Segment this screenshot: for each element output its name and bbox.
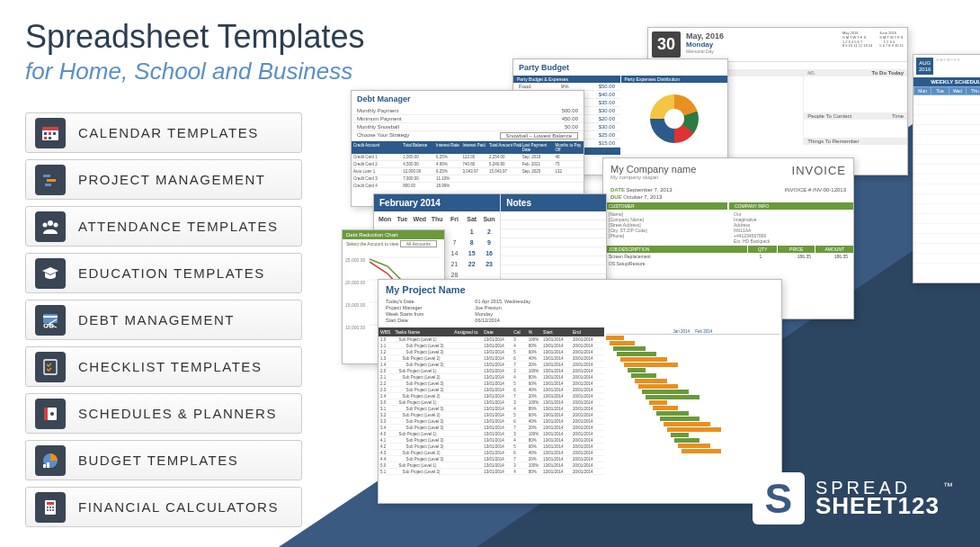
nav-label: CALENDAR TEMPLATES: [78, 125, 259, 140]
planner-day: 30: [652, 31, 681, 58]
svg-point-26: [49, 507, 51, 508]
svg-rect-14: [43, 316, 58, 318]
svg-rect-3: [49, 132, 51, 135]
planner-weekday: Monday: [686, 40, 724, 49]
calculator-icon: [35, 492, 66, 523]
svg-point-29: [49, 509, 51, 511]
invoice-label: INVOICE: [792, 164, 846, 180]
nav-label: ATTENDANCE TEMPLATES: [78, 219, 279, 234]
nav-item-checklist[interactable]: CHECKLIST TEMPLATES: [25, 346, 302, 387]
graduation-icon: [35, 258, 66, 289]
nav-label: EDUCATION TEMPLATES: [78, 265, 265, 281]
invoice-company: My Company name: [610, 164, 696, 175]
planner-icon: [35, 399, 66, 429]
nav-item-debt[interactable]: DEBT MANAGEMENT: [25, 300, 302, 340]
project-title: My Project Name: [386, 284, 774, 295]
nav-item-financial[interactable]: FINANCIAL CALCULATORS: [25, 487, 302, 527]
svg-text:20,000.00: 20,000.00: [345, 280, 365, 285]
people-icon: [35, 211, 66, 242]
svg-rect-13: [43, 314, 58, 323]
svg-point-30: [52, 509, 54, 511]
logo-line2: SHEET123: [815, 496, 940, 516]
nav-item-budget[interactable]: BUDGET TEMPLATES: [25, 440, 302, 480]
svg-text:15,000.00: 15,000.00: [345, 302, 365, 308]
svg-rect-7: [43, 175, 50, 177]
svg-point-10: [48, 220, 53, 226]
svg-text:10,000.00: 10,000.00: [345, 325, 365, 330]
svg-rect-22: [47, 462, 49, 468]
svg-point-12: [54, 222, 58, 227]
svg-rect-8: [47, 179, 56, 182]
nav-item-education[interactable]: EDUCATION TEMPLATES: [25, 253, 302, 293]
svg-rect-17: [44, 360, 57, 374]
calendar-grid: MonTueWedThuFriSatSun: [374, 211, 500, 227]
calendar-title: February 2014: [374, 194, 500, 211]
nav-item-schedules[interactable]: SCHEDULES & PLANNERS: [25, 393, 302, 434]
donut-chart: [650, 94, 699, 143]
nav-item-calendar[interactable]: CALENDAR TEMPLATES: [25, 112, 302, 153]
nav-label: FINANCIAL CALCULATORS: [78, 499, 279, 515]
nav-label: CHECKLIST TEMPLATES: [78, 359, 262, 374]
svg-point-28: [47, 509, 49, 511]
nav-label: BUDGET TEMPLATES: [78, 453, 238, 468]
svg-text:25,000.00: 25,000.00: [345, 257, 365, 263]
thumb-title: Party Budget: [513, 59, 727, 76]
planner-memorial: Memorial Day: [686, 49, 724, 54]
svg-rect-1: [42, 127, 58, 130]
svg-point-20: [50, 412, 54, 416]
nav-item-attendance[interactable]: ATTENDANCE TEMPLATES: [25, 206, 302, 247]
nav-item-project[interactable]: PROJECT MANAGEMENT: [25, 159, 302, 200]
scissors-card-icon: [35, 305, 66, 336]
category-nav: CALENDAR TEMPLATES PROJECT MANAGEMENT AT…: [25, 112, 302, 534]
nav-label: DEBT MANAGEMENT: [78, 312, 235, 327]
checklist-icon: [35, 352, 66, 382]
svg-point-25: [47, 507, 49, 508]
logo-mark: S: [753, 472, 805, 525]
svg-rect-2: [44, 132, 47, 135]
brand-logo: S SPREAD SHEET123 ™: [753, 472, 953, 525]
svg-point-15: [44, 324, 48, 327]
template-thumbnails: 30 May, 2016 Monday Memorial Day May 201…: [342, 27, 971, 495]
logo-tm: ™: [943, 480, 953, 491]
nav-label: PROJECT MANAGEMENT: [78, 172, 265, 187]
thumb-debt-manager: Debt Manager Monthly Payment500.00 Minim…: [351, 90, 584, 207]
svg-rect-21: [43, 464, 46, 468]
svg-point-27: [52, 507, 54, 508]
thumb-title: Debt Manager: [352, 91, 584, 107]
svg-rect-9: [45, 184, 51, 186]
svg-rect-4: [53, 132, 56, 135]
thumb-weekly-schedule: AUG2016 S M T W T F S WEEKLY SCHEDULE Mo…: [913, 54, 980, 283]
planner-month: May, 2016: [686, 31, 724, 40]
svg-rect-24: [47, 502, 54, 505]
svg-rect-5: [44, 137, 47, 139]
gantt-icon: [35, 165, 66, 195]
svg-rect-19: [44, 408, 48, 420]
calendar-icon: [35, 118, 66, 148]
nav-label: SCHEDULES & PLANNERS: [78, 406, 277, 421]
thumb-project-gantt: My Project Name Today's Date01 Apr 2015,…: [378, 279, 782, 504]
budget-chart-icon: [35, 445, 66, 476]
svg-point-11: [43, 222, 48, 227]
svg-rect-6: [49, 137, 51, 139]
